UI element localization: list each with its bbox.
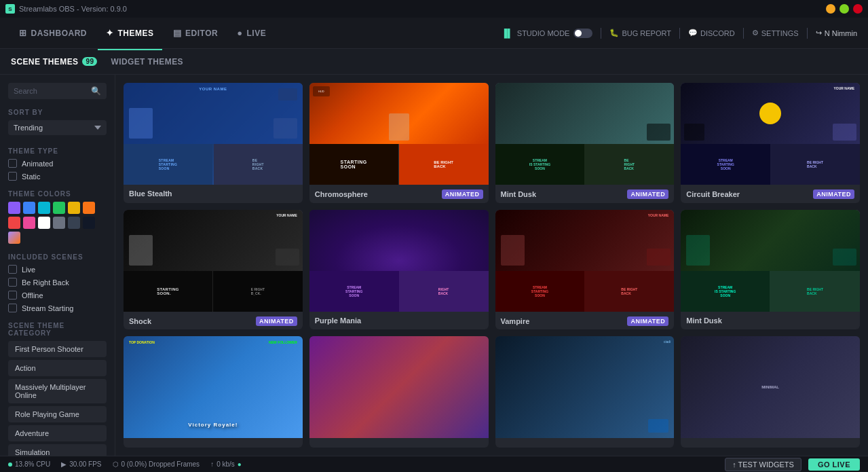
theme-name-vampire: Vampire [501,317,530,325]
sort-select[interactable]: Trending Newest Popular [8,120,107,135]
dashboard-icon: ⊞ [19,28,27,38]
studio-mode-switch[interactable] [573,29,592,38]
checkbox-ss-box[interactable] [8,304,17,312]
status-dropped-frames: ⬡ 0 (0.0%) Dropped Frames [113,460,200,468]
theme-info-mint-dusk2: Mint Dusk [681,312,860,329]
theme-name-mint-dusk2: Mint Dusk [686,316,722,325]
swatch-orange[interactable] [83,202,95,214]
discord-button[interactable]: 💬 DISCORD [688,29,735,37]
studio-mode-toggle[interactable]: ▐▌ STUDIO MODE [502,29,593,38]
category-action[interactable]: Action [8,360,107,376]
swatch-gray[interactable] [53,217,65,229]
main-content: 🔍 SORT BY Trending Newest Popular THEME … [0,75,868,456]
theme-card-mint-dusk2[interactable]: STREAMIS STARTINGSOON BE RIGHTBACK Mint … [681,210,860,330]
color-swatches [8,202,107,244]
checkbox-offline-box[interactable] [8,291,17,299]
swatch-red[interactable] [8,217,20,229]
user-icon: ↪ [816,29,822,37]
swatch-blue[interactable] [23,202,35,214]
theme-thumbnail-fps2: ciadi [495,336,675,438]
theme-card-blue-stealth[interactable]: YOUR NAME STREAMSTARTINGSOON BERIGHTBACK… [124,83,303,203]
category-adventure[interactable]: Adventure [8,425,107,441]
theme-thumbnail-colorful [309,336,489,438]
nav-separator-2 [679,28,680,39]
checkbox-offline[interactable]: Offline [8,291,107,299]
maximize-button[interactable] [839,4,849,14]
scene-themes-count-badge: 99 [82,57,97,66]
themes-icon: ✦ [106,28,114,38]
minimize-button[interactable] [826,4,835,14]
swatch-green[interactable] [53,202,65,214]
swatch-yellow[interactable] [68,202,80,214]
status-bar: 13.8% CPU ▶ 30.00 FPS ⬡ 0 (0.0%) Dropped… [0,456,868,472]
go-live-button[interactable]: GO LIVE [808,458,860,471]
theme-info-minimal [681,438,860,448]
search-icon: 🔍 [91,86,101,96]
fps-icon: ▶ [61,460,67,468]
swatch-dark-gray[interactable] [68,217,80,229]
theme-card-mint-dusk[interactable]: STREAMIS STARTINGSOON BERIGHTBACK Mint D… [495,83,675,203]
checkbox-brb-box[interactable] [8,278,17,287]
category-label: SCENE THEME CATEGORY [8,322,107,337]
theme-info-mint-dusk: Mint Dusk ANIMATED [495,185,675,203]
checkbox-stream-starting[interactable]: Stream Starting [8,304,107,312]
test-widgets-button[interactable]: ↑ TEST WIDGETS [725,458,801,471]
tab-bar: SCENE THEMES 99 WIDGET THEMES [0,49,868,75]
nav-dashboard[interactable]: ⊞ DASHBOARD [11,25,95,41]
nav-separator-3 [743,28,744,39]
theme-thumbnail-vampire: YOUR NAME STREAMSTARTINGSOON BE RIGHTBAC… [495,210,675,312]
category-mmo[interactable]: Massively Multiplayer Online [8,379,107,403]
swatch-purple[interactable] [8,202,20,214]
swatch-white[interactable] [38,217,50,229]
bandwidth-indicator: ● [238,460,242,468]
theme-name-blue-stealth: Blue Stealth [129,189,172,198]
theme-card-circuit-breaker[interactable]: YOUR NAME STREAMSTARTINGSOON BE RIGHTBAC… [681,83,860,203]
checkbox-animated[interactable]: Animated [8,159,107,168]
scenes-group: Live Be Right Back Offline Stream Starti… [8,265,107,312]
settings-button[interactable]: ⚙ SETTINGS [752,29,799,37]
checkbox-live-box[interactable] [8,265,17,274]
checkbox-be-right-back[interactable]: Be Right Back [8,278,107,287]
swatch-black[interactable] [83,217,95,229]
theme-card-shock[interactable]: YOUR NAME STARTINGSOON. E RIGHTB_CK. Sho… [124,210,303,330]
animated-badge-mint-dusk: ANIMATED [627,189,668,199]
theme-card-purple-mania[interactable]: STREAMSTARTINGSOON RIGHTBACK Purple Mani… [309,210,489,330]
bug-report-button[interactable]: 🐛 BUG REPORT [609,29,671,37]
nav-editor[interactable]: ▤ EDITOR [165,25,227,41]
tab-scene-themes[interactable]: SCENE THEMES 99 [11,56,97,68]
search-input[interactable] [14,87,87,95]
theme-info-circuit-breaker: Circuit Breaker ANIMATED [681,185,860,203]
theme-thumbnail-circuit-breaker: YOUR NAME STREAMSTARTINGSOON BE RIGHTBAC… [681,83,860,185]
nav-live[interactable]: ● LIVE [229,25,274,41]
theme-card-colorful[interactable] [309,336,489,448]
status-bandwidth: ↑ 0 kb/s ● [210,460,242,468]
checkbox-live[interactable]: Live [8,265,107,274]
checkbox-animated-box[interactable] [8,159,17,168]
theme-info-purple-mania: Purple Mania [309,312,489,329]
category-fps[interactable]: First Person Shooter [8,341,107,357]
category-simulation[interactable]: Simulation [8,444,107,456]
theme-name-shock: Shock [129,317,151,325]
search-box[interactable]: 🔍 [8,83,107,99]
checkbox-static[interactable]: Static [8,172,107,181]
nav-themes[interactable]: ✦ THEMES [98,25,162,41]
user-menu[interactable]: ↪ N Nimmin [816,29,857,37]
theme-card-fps2[interactable]: ciadi [495,336,675,448]
swatch-cyan[interactable] [38,202,50,214]
theme-card-chromosphere[interactable]: HUD STARTINGSOON BE RIGHTBACK Chromosphe… [309,83,489,203]
swatch-pink[interactable] [23,217,35,229]
category-rpg[interactable]: Role Playing Game [8,406,107,422]
theme-card-minimal[interactable]: MINIMAL [681,336,860,448]
close-button[interactable] [853,4,863,14]
theme-info-blue-stealth: Blue Stealth [124,185,303,202]
tab-widget-themes[interactable]: WIDGET THEMES [111,56,183,68]
theme-name-purple-mania: Purple Mania [315,316,361,325]
status-fps: ▶ 30.00 FPS [61,460,101,468]
animated-badge-shock: ANIMATED [256,316,297,326]
swatch-gradient[interactable] [8,232,20,244]
category-list: First Person Shooter Action Massively Mu… [8,341,107,456]
checkbox-static-box[interactable] [8,172,17,181]
theme-card-vampire[interactable]: YOUR NAME STREAMSTARTINGSOON BE RIGHTBAC… [495,210,675,330]
theme-info-colorful [309,438,489,448]
theme-card-fortnite[interactable]: TOP DONATION NEW FOLLOWER Victory Royale… [124,336,303,448]
